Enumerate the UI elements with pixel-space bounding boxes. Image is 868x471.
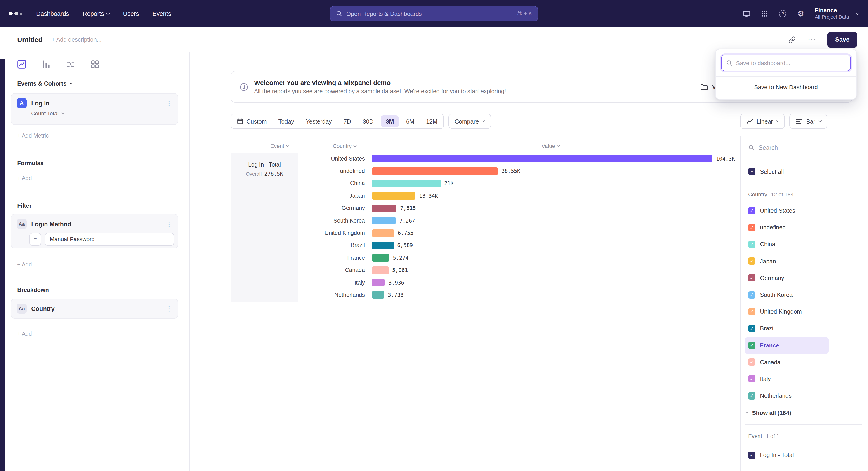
bar[interactable] bbox=[372, 205, 397, 212]
line-type-label: Linear bbox=[756, 118, 773, 125]
country-filter-row[interactable]: ✓ Germany bbox=[745, 270, 829, 286]
line-type-button[interactable]: Linear bbox=[740, 114, 785, 129]
add-formula-button[interactable]: + Add bbox=[17, 175, 32, 181]
bar[interactable] bbox=[372, 242, 394, 249]
kebab-menu-icon[interactable]: ⋮ bbox=[166, 220, 172, 228]
nav-events[interactable]: Events bbox=[153, 10, 171, 17]
checkbox-checked-icon[interactable]: ✓ bbox=[748, 241, 755, 248]
country-filter-row[interactable]: ✓ United Kingdom bbox=[745, 303, 829, 320]
column-header-country[interactable]: Country bbox=[333, 143, 356, 149]
checkbox-checked-icon[interactable]: ✓ bbox=[748, 325, 755, 332]
checkbox-checked-icon[interactable]: ✓ bbox=[748, 308, 755, 315]
filter-operator[interactable]: = bbox=[29, 233, 41, 246]
tab-retention-icon[interactable] bbox=[90, 59, 99, 68]
bar[interactable] bbox=[372, 155, 712, 163]
segment-search-input[interactable] bbox=[758, 144, 862, 151]
bar[interactable] bbox=[372, 279, 385, 286]
filter-value-input[interactable] bbox=[45, 233, 174, 246]
save-to-new-dashboard-item[interactable]: Save to New Dashboard bbox=[716, 77, 856, 97]
report-title[interactable]: Untitled bbox=[17, 36, 42, 43]
country-filter-row[interactable]: ✓ Italy bbox=[745, 371, 829, 387]
bar[interactable] bbox=[372, 229, 394, 237]
date-range-option[interactable]: 7D bbox=[338, 114, 357, 128]
checkbox-checked-icon[interactable]: ✓ bbox=[748, 274, 755, 282]
country-filter-row[interactable]: ✓ Canada bbox=[745, 354, 829, 370]
tab-flows-icon[interactable] bbox=[66, 59, 75, 68]
checkbox-checked-icon[interactable]: ✓ bbox=[748, 207, 755, 214]
add-description-field[interactable]: + Add description... bbox=[52, 36, 102, 43]
date-range-option[interactable]: 30D bbox=[357, 114, 379, 128]
country-filter-row[interactable]: ✓ China bbox=[745, 236, 829, 253]
segment-search[interactable] bbox=[748, 142, 862, 153]
date-range-option[interactable]: 3M bbox=[381, 115, 399, 127]
settings-gear-icon[interactable]: ⚙ bbox=[797, 9, 805, 18]
bar[interactable] bbox=[372, 167, 498, 175]
date-range-option[interactable]: Today bbox=[273, 114, 300, 128]
nav-reports[interactable]: Reports bbox=[83, 10, 110, 17]
bar[interactable] bbox=[372, 192, 416, 200]
kebab-menu-icon[interactable]: ⋮ bbox=[166, 305, 172, 312]
events-cohorts-header[interactable]: Events & Cohorts bbox=[17, 80, 72, 87]
checkbox-indeterminate-icon[interactable]: – bbox=[748, 168, 755, 175]
add-breakdown-button[interactable]: + Add bbox=[17, 331, 32, 337]
select-all-row[interactable]: – Select all bbox=[748, 167, 784, 176]
copy-link-icon[interactable] bbox=[789, 36, 796, 43]
filter-property-name[interactable]: Login Method bbox=[31, 220, 71, 227]
country-filter-row[interactable]: ✓ United States bbox=[745, 202, 829, 219]
apps-grid-icon[interactable] bbox=[761, 9, 769, 18]
nav-users[interactable]: Users bbox=[123, 10, 139, 17]
save-dashboard-search[interactable] bbox=[721, 55, 851, 71]
add-metric-button[interactable]: + Add Metric bbox=[17, 133, 49, 139]
more-options-icon[interactable]: ⋯ bbox=[808, 37, 816, 41]
checkbox-checked-icon[interactable]: ✓ bbox=[748, 342, 755, 349]
bar[interactable] bbox=[372, 291, 384, 299]
show-all-button[interactable]: Show all (184) bbox=[746, 408, 791, 418]
mixpanel-logo-icon[interactable] bbox=[9, 12, 26, 16]
country-filter-row[interactable]: ✓ South Korea bbox=[745, 286, 829, 303]
column-header-value[interactable]: Value bbox=[541, 143, 559, 149]
checkbox-checked-icon[interactable]: ✓ bbox=[748, 224, 755, 231]
checkbox-checked-icon[interactable]: ✓ bbox=[748, 451, 755, 459]
date-range-option[interactable]: 6M bbox=[400, 114, 420, 128]
bar[interactable] bbox=[372, 254, 389, 262]
add-filter-button[interactable]: + Add bbox=[17, 262, 32, 268]
compare-button[interactable]: Compare bbox=[448, 114, 491, 129]
save-button[interactable]: Save bbox=[828, 32, 857, 47]
event-filter-row[interactable]: ✓ Log In - Total bbox=[745, 447, 829, 463]
date-range-option[interactable]: Yesterday bbox=[300, 114, 338, 128]
metric-card[interactable]: A Log In ⋮ Count Total bbox=[11, 93, 178, 125]
bar[interactable] bbox=[372, 266, 389, 274]
date-range-option[interactable]: 12M bbox=[420, 114, 443, 128]
country-filter-row[interactable]: ✓ Netherlands bbox=[745, 387, 829, 404]
checkbox-checked-icon[interactable]: ✓ bbox=[748, 375, 755, 383]
checkbox-checked-icon[interactable]: ✓ bbox=[748, 258, 755, 265]
breakdown-card[interactable]: Aa Country ⋮ bbox=[11, 299, 178, 319]
checkbox-checked-icon[interactable]: ✓ bbox=[748, 359, 755, 366]
filter-card[interactable]: Aa Login Method ⋮ = bbox=[11, 214, 178, 248]
date-range-option[interactable]: Custom bbox=[231, 114, 273, 128]
chart-type-button[interactable]: Bar bbox=[789, 114, 827, 129]
global-search-button[interactable]: Open Reports & Dashboards ⌘ + K bbox=[330, 6, 538, 21]
aggregation-selector[interactable]: Count Total bbox=[11, 108, 178, 117]
metric-event-name[interactable]: Log In bbox=[31, 100, 50, 107]
tab-insights-icon[interactable] bbox=[17, 59, 26, 68]
bar[interactable] bbox=[372, 217, 396, 225]
country-filter-row[interactable]: ✓ Japan bbox=[745, 253, 829, 269]
help-icon[interactable]: ? bbox=[778, 9, 786, 18]
country-filter-row[interactable]: ✓ undefined bbox=[745, 219, 829, 236]
checkbox-checked-icon[interactable]: ✓ bbox=[748, 291, 755, 298]
nav-dashboards[interactable]: Dashboards bbox=[36, 10, 69, 17]
country-filter-row[interactable]: ✓ Brazil bbox=[745, 320, 829, 337]
demo-monitor-icon[interactable] bbox=[742, 9, 750, 18]
save-dashboard-input[interactable] bbox=[736, 59, 846, 66]
bar[interactable] bbox=[372, 180, 440, 187]
tab-funnels-icon[interactable] bbox=[41, 59, 51, 68]
checkbox-checked-icon[interactable]: ✓ bbox=[748, 392, 755, 399]
breakdown-property-name[interactable]: Country bbox=[31, 305, 55, 312]
project-switcher[interactable]: Finance All Project Data bbox=[815, 7, 849, 20]
country-filter-row[interactable]: ✓ France bbox=[745, 337, 829, 354]
chart-bar-row: undefined 38.55K bbox=[190, 165, 740, 177]
kebab-menu-icon[interactable]: ⋮ bbox=[166, 99, 172, 107]
column-header-event[interactable]: Event bbox=[270, 143, 288, 149]
chevron-down-icon bbox=[776, 119, 779, 122]
